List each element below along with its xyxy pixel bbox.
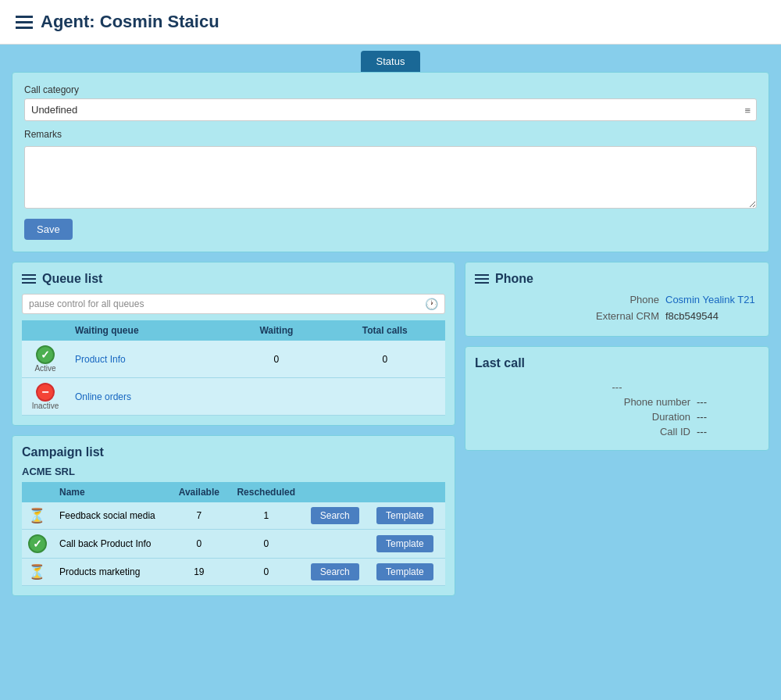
- campaign-template-cell: Template: [370, 530, 445, 559]
- last-call-top-dash: ---: [475, 378, 759, 396]
- queue-status-label: Active: [28, 364, 62, 373]
- queue-status-cell: Inactive: [22, 378, 69, 416]
- bottom-row: Queue list 🕐 Waiting queue Waiting Total…: [12, 262, 769, 596]
- remarks-textarea[interactable]: [24, 146, 757, 209]
- queue-list-title: Queue list: [22, 272, 445, 286]
- duration-label: Duration: [652, 411, 690, 423]
- campaign-rescheduled-cell: 0: [228, 530, 305, 559]
- campaign-available-cell: 0: [170, 530, 228, 559]
- campaign-search-cell: Search: [305, 502, 370, 530]
- queue-status-label: Inactive: [28, 402, 62, 410]
- call-category-select[interactable]: Undefined: [24, 98, 757, 121]
- col-status: [22, 320, 69, 341]
- phone-label: Phone: [629, 294, 659, 305]
- queue-name-link[interactable]: Online orders: [75, 391, 131, 402]
- queue-list-panel: Queue list 🕐 Waiting queue Waiting Total…: [12, 262, 455, 426]
- col-total-calls: Total calls: [325, 320, 446, 341]
- campaign-list-title: Campaign list: [22, 445, 445, 459]
- queue-table-body: ActiveProduct Info00InactiveOnline order…: [22, 341, 445, 416]
- queue-waiting-cell: 0: [228, 341, 324, 378]
- call-category-label: Call category: [24, 84, 757, 95]
- queue-name-cell[interactable]: Product Info: [69, 341, 228, 378]
- status-tab[interactable]: Status: [361, 51, 421, 72]
- inactive-status-icon: [36, 383, 55, 402]
- campaign-list-panel: Campaign list ACME SRL Name Available Re…: [12, 435, 455, 596]
- phone-icon: [475, 274, 489, 284]
- table-row: ActiveProduct Info00: [22, 341, 445, 378]
- template-button[interactable]: Template: [376, 535, 433, 552]
- clock-icon: 🕐: [425, 298, 438, 310]
- queue-list-icon: [22, 274, 36, 284]
- campaign-name-cell: Feedback social media: [53, 502, 170, 530]
- duration-value: ---: [697, 411, 759, 423]
- active-icon: [28, 534, 47, 553]
- call-id-label: Call ID: [660, 426, 690, 438]
- queue-search-input[interactable]: [29, 298, 425, 309]
- right-column: Phone Phone Cosmin Yealink T21 External …: [465, 262, 769, 596]
- queue-total-calls-cell: 0: [325, 341, 446, 378]
- left-column: Queue list 🕐 Waiting queue Waiting Total…: [12, 262, 455, 596]
- col-action1: [305, 482, 370, 502]
- save-button[interactable]: Save: [24, 219, 73, 240]
- template-button[interactable]: Template: [376, 507, 433, 524]
- search-button[interactable]: Search: [311, 563, 359, 580]
- queue-table: Waiting queue Waiting Total calls Active…: [22, 320, 445, 416]
- remarks-section: Remarks: [24, 129, 757, 211]
- main-content: Call category Undefined Remarks Save Que…: [0, 72, 781, 608]
- campaign-rescheduled-cell: 0: [228, 559, 305, 586]
- queue-total-calls-cell: [325, 378, 446, 416]
- queue-status-cell: Active: [22, 341, 69, 378]
- col-rescheduled: Rescheduled: [228, 482, 305, 502]
- last-call-panel: Last call --- Phone number --- Duration …: [465, 346, 769, 451]
- campaign-search-cell: [305, 530, 370, 559]
- search-button[interactable]: Search: [311, 507, 359, 524]
- campaign-table: Name Available Rescheduled ⏳Feedback soc…: [22, 482, 445, 586]
- col-waiting: Waiting: [228, 320, 324, 341]
- phone-panel-title: Phone: [475, 272, 759, 286]
- campaign-table-body: ⏳Feedback social media71SearchTemplateCa…: [22, 502, 445, 586]
- campaign-icon-cell: ⏳: [22, 502, 53, 530]
- phone-panel: Phone Phone Cosmin Yealink T21 External …: [465, 262, 769, 337]
- campaign-available-cell: 7: [170, 502, 228, 530]
- table-row: ⏳Products marketing190SearchTemplate: [22, 559, 445, 586]
- phone-value: Cosmin Yealink T21: [665, 294, 759, 305]
- call-id-value: ---: [697, 426, 759, 438]
- table-row: Call back Product Info00Template: [22, 530, 445, 559]
- col-available: Available: [170, 482, 228, 502]
- campaign-search-cell: Search: [305, 559, 370, 586]
- campaign-name-cell: Call back Product Info: [53, 530, 170, 559]
- col-name: Name: [53, 482, 170, 502]
- template-button[interactable]: Template: [376, 563, 433, 580]
- waiting-icon: ⏳: [28, 564, 45, 580]
- active-status-icon: [36, 345, 55, 364]
- menu-icon[interactable]: [16, 16, 33, 29]
- external-crm-label: External CRM: [596, 310, 659, 322]
- queue-table-header: Waiting queue Waiting Total calls: [22, 320, 445, 341]
- phone-number-label: Phone number: [624, 396, 690, 408]
- remarks-label: Remarks: [24, 129, 757, 140]
- campaign-icon-cell: [22, 530, 53, 559]
- queue-waiting-cell: [228, 378, 324, 416]
- campaign-rescheduled-cell: 1: [228, 502, 305, 530]
- queue-search-bar: 🕐: [22, 294, 445, 314]
- campaign-icon-cell: ⏳: [22, 559, 53, 586]
- campaign-group-title: ACME SRL: [22, 466, 445, 477]
- call-id-row: Call ID ---: [475, 426, 759, 438]
- phone-number-value: ---: [697, 396, 759, 408]
- campaign-table-header: Name Available Rescheduled: [22, 482, 445, 502]
- queue-name-cell[interactable]: Online orders: [69, 378, 228, 416]
- table-row: InactiveOnline orders: [22, 378, 445, 416]
- status-tab-bar: Status: [0, 45, 781, 72]
- duration-row: Duration ---: [475, 411, 759, 423]
- top-panel: Call category Undefined Remarks Save: [12, 72, 769, 252]
- header: Agent: Cosmin Staicu: [0, 0, 781, 45]
- external-crm-row: External CRM f8cb549544: [475, 310, 759, 322]
- table-row: ⏳Feedback social media71SearchTemplate: [22, 502, 445, 530]
- queue-name-link[interactable]: Product Info: [75, 354, 126, 365]
- col-action2: [370, 482, 445, 502]
- col-icon: [22, 482, 53, 502]
- campaign-available-cell: 19: [170, 559, 228, 586]
- phone-number-row: Phone number ---: [475, 396, 759, 408]
- campaign-template-cell: Template: [370, 502, 445, 530]
- campaign-name-cell: Products marketing: [53, 559, 170, 586]
